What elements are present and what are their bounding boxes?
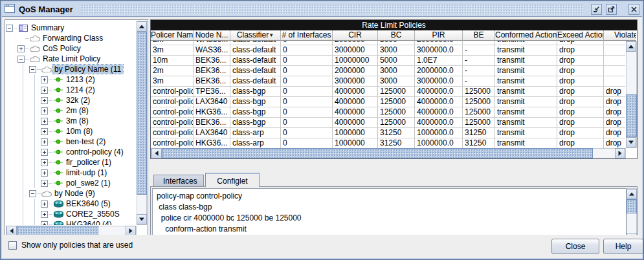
table-cell[interactable]: transmit [495,107,557,118]
tree-item-fir-policer-1[interactable]: fir_policer (1) [6,157,137,168]
table-cell[interactable]: class-arp [230,128,281,138]
tree-item-core2-3550s[interactable]: CORE2_3550S [6,209,137,219]
table-cell[interactable]: 0 [281,41,333,45]
table-cell[interactable]: BEK36... [194,56,230,66]
tree-item-3m-8[interactable]: 3m (8) [6,116,137,126]
table-row[interactable]: control-policyBEK36...class-bgp040000001… [151,118,625,128]
table-cell[interactable]: 10m [151,56,194,66]
table-cell[interactable]: - [463,41,495,45]
table-cell[interactable]: class-default [230,41,281,45]
table-cell[interactable]: control-policy [151,138,194,148]
table-cell[interactable]: 125000 [378,107,415,118]
table-cell[interactable]: - [463,66,495,76]
table-cell[interactable]: 5000 [378,56,415,66]
expand-icon[interactable] [41,159,48,166]
expand-icon[interactable] [41,138,48,146]
tree-item-by-node-9[interactable]: by Node (9) [6,188,137,199]
tree-item-label[interactable]: CoS Policy [41,44,83,53]
table-body[interactable]: 2mWAS36...class-default02000000300020000… [151,41,625,148]
tree-scroll-down-icon[interactable] [137,214,147,224]
table-cell[interactable]: transmit [495,76,557,87]
table-cell[interactable]: LAX3640 [194,128,230,138]
tree-item-label[interactable]: 10m (8) [64,127,94,136]
table-cell[interactable]: 31250 [378,128,415,138]
table-cell[interactable]: 2000000 [333,66,378,76]
expand-icon[interactable] [41,107,48,114]
table-cell[interactable]: transmit [495,118,557,128]
table-hscroll-thumb[interactable] [162,148,593,158]
column-header-node-n[interactable]: Node N... [194,30,230,41]
table-cell[interactable] [604,45,625,56]
tree-item-hkg3640-4[interactable]: HKG3640 (4) [6,219,137,225]
tree-item-label[interactable]: limit-udp (1) [64,168,109,177]
tree-item-bek3640-5[interactable]: BEK3640 (5) [6,199,137,209]
column-header-pir[interactable]: PIR [415,30,463,41]
table-cell[interactable]: 4000000.0 [415,97,463,107]
maximize-icon[interactable] [606,4,617,15]
policy-tree[interactable]: SummaryForwarding ClassCoS PolicyRate Li… [6,21,137,225]
column-header-policer-name[interactable]: Policer Name [151,30,194,41]
collapse-icon[interactable] [6,25,13,32]
tree-scroll-up-icon[interactable] [137,21,147,32]
table-cell[interactable]: 4000000.0 [415,107,463,118]
table-cell[interactable]: 10000000 [333,56,378,66]
table-cell[interactable]: 1000000.0 [415,128,463,138]
column-header-conformed-action[interactable]: Conformed Action [495,30,557,41]
table-cell[interactable]: 31250 [463,128,495,138]
table-cell[interactable]: class-bgp [230,118,281,128]
tree-item-summary[interactable]: Summary [6,23,137,33]
collapse-icon[interactable] [17,56,25,63]
expand-icon[interactable] [41,128,48,135]
table-row[interactable]: control-policyLAX3640class-arp0100000031… [151,128,625,138]
table-cell[interactable]: 2000000.0 [415,41,463,45]
table-row[interactable]: control-policyLAX3640class-bgp0400000012… [151,97,625,107]
table-cell[interactable]: 0 [281,87,333,97]
table-cell[interactable]: class-bgp [230,97,281,107]
column-header-classifier[interactable]: Classifier ▼ [230,30,281,41]
table-cell[interactable]: class-arp [230,138,281,148]
tree-item-label[interactable]: fir_policer (1) [64,158,113,167]
table-cell[interactable]: 0 [281,76,333,87]
table-cell[interactable]: class-default [230,66,281,76]
table-cell[interactable]: 3000 [378,76,415,87]
table-cell[interactable]: drop [604,128,625,138]
table-cell[interactable]: - [463,76,495,87]
table-cell[interactable]: drop [557,45,604,56]
close-button[interactable]: Close [551,239,599,254]
tree-item-by-policy-name-11[interactable]: by Policy Name (11 [6,64,137,74]
table-cell[interactable]: 125000 [463,97,495,107]
table-cell[interactable]: 4000000.0 [415,87,463,97]
table-cell[interactable]: transmit [495,66,557,76]
tree-item-label[interactable]: 3m (8) [64,116,91,125]
table-cell[interactable]: WAS36... [194,45,230,56]
expand-icon[interactable] [17,45,25,52]
table-cell[interactable] [604,56,625,66]
table-cell[interactable]: class-bgp [230,87,281,97]
table-cell[interactable]: class-bgp [230,107,281,118]
tree-item-label[interactable]: pol_swe2 (1) [64,179,113,188]
tree-item-label[interactable]: 32k (2) [64,96,92,105]
table-row[interactable]: 2mBEK36...class-default02000000300020000… [151,66,625,76]
tree-item-ben-test-2[interactable]: ben-test (2) [6,136,137,147]
table-scroll-up-icon[interactable] [626,41,636,52]
table-cell[interactable]: drop [557,128,604,138]
table-cell[interactable]: - [463,45,495,56]
tree-item-label[interactable]: Summary [29,23,66,32]
table-row[interactable]: 3mWAS36...class-default03000000300030000… [151,45,625,56]
table-row[interactable]: control-policyHKG36...class-arp010000003… [151,138,625,148]
close-icon[interactable] [628,4,639,15]
table-cell[interactable]: transmit [495,41,557,45]
table-cell[interactable]: drop [604,138,625,148]
table-cell[interactable]: 3000000 [333,76,378,87]
table-cell[interactable] [604,66,625,76]
table-cell[interactable]: 3000 [378,45,415,56]
table-cell[interactable]: 125000 [378,87,415,97]
table-cell[interactable] [604,76,625,87]
tree-item-label[interactable]: CORE2_3550S [64,210,122,219]
tree-item-label[interactable]: 1213 (2) [64,75,97,84]
table-cell[interactable]: control-policy [151,128,194,138]
table-cell[interactable]: drop [604,87,625,97]
tree-item-label[interactable]: control-policy (4) [64,147,126,157]
table-cell[interactable]: transmit [495,45,557,56]
expand-icon[interactable] [41,200,48,208]
